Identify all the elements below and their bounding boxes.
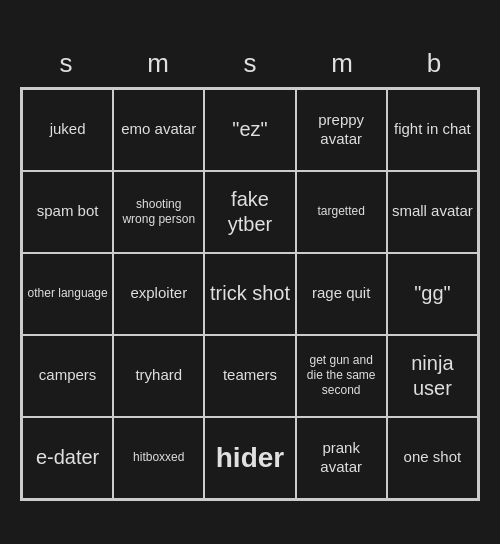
bingo-cell: exploiter xyxy=(113,253,204,335)
bingo-cell: hitboxxed xyxy=(113,417,204,499)
header-cell: m xyxy=(112,44,204,83)
bingo-cell: other language xyxy=(22,253,113,335)
bingo-cell: fight in chat xyxy=(387,89,478,171)
bingo-card: smsmb jukedemo avatar"ez"preppy avatarfi… xyxy=(10,34,490,511)
bingo-cell: campers xyxy=(22,335,113,417)
bingo-cell: targetted xyxy=(296,171,387,253)
bingo-cell: hider xyxy=(204,417,295,499)
bingo-cell: trick shot xyxy=(204,253,295,335)
bingo-cell: e-dater xyxy=(22,417,113,499)
bingo-cell: juked xyxy=(22,89,113,171)
bingo-cell: shooting wrong person xyxy=(113,171,204,253)
header-cell: b xyxy=(388,44,480,83)
bingo-cell: fake ytber xyxy=(204,171,295,253)
bingo-cell: tryhard xyxy=(113,335,204,417)
bingo-grid: jukedemo avatar"ez"preppy avatarfight in… xyxy=(20,87,480,501)
bingo-cell: teamers xyxy=(204,335,295,417)
bingo-cell: emo avatar xyxy=(113,89,204,171)
bingo-cell: one shot xyxy=(387,417,478,499)
bingo-cell: ninja user xyxy=(387,335,478,417)
header-cell: s xyxy=(204,44,296,83)
bingo-cell: rage quit xyxy=(296,253,387,335)
bingo-cell: get gun and die the same second xyxy=(296,335,387,417)
bingo-cell: prank avatar xyxy=(296,417,387,499)
header-cell: m xyxy=(296,44,388,83)
bingo-cell: small avatar xyxy=(387,171,478,253)
bingo-cell: preppy avatar xyxy=(296,89,387,171)
header-cell: s xyxy=(20,44,112,83)
bingo-cell: "ez" xyxy=(204,89,295,171)
bingo-header: smsmb xyxy=(20,44,480,83)
bingo-cell: spam bot xyxy=(22,171,113,253)
bingo-cell: "gg" xyxy=(387,253,478,335)
